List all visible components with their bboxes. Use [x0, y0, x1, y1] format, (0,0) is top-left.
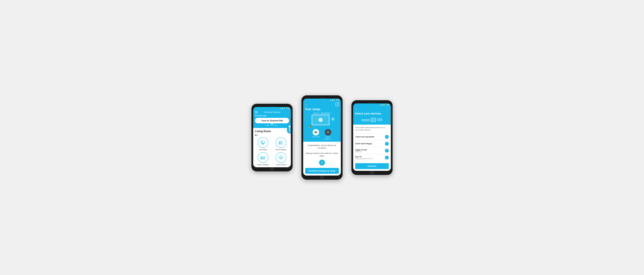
- device-appletv-item[interactable]: Apple TV 2/3 Syls Desk ✓: [355, 147, 389, 154]
- p3-header: ← Select your devices: [353, 106, 391, 125]
- device-firetv-name: Fire TV: [355, 156, 373, 158]
- you-can-say-label: You can say:: [255, 114, 289, 117]
- menu-icon[interactable]: [255, 111, 258, 113]
- continue-button[interactable]: Continue: [355, 163, 389, 169]
- svg-rect-0: [261, 141, 265, 143]
- svg-rect-1: [262, 144, 264, 144]
- voice-control-label: Voice Control: [276, 164, 286, 166]
- p3-body: Tell us which entertainment devices are …: [353, 125, 391, 171]
- voice-control-icon: [276, 152, 286, 163]
- home-button-3[interactable]: [370, 170, 374, 174]
- phone-3: ▲ 🔋 7:29 ← Select your devices: [352, 100, 392, 175]
- home-button-2[interactable]: [320, 175, 324, 179]
- svg-rect-19: [315, 132, 317, 133]
- svg-point-22: [378, 119, 382, 121]
- room-grid: Edit Setup Roo: [255, 137, 289, 166]
- add-icon-0[interactable]: +: [385, 135, 389, 139]
- p2-body: Congratulations, all your devices are co…: [303, 142, 341, 176]
- check-icon-3[interactable]: ✓: [385, 156, 389, 159]
- finish-setup-button[interactable]: Finished creating my setup: [305, 168, 339, 174]
- back-button-3[interactable]: ←: [355, 107, 358, 111]
- device-settings-item[interactable]: Device Settings: [255, 152, 271, 166]
- hdmi-nodes: HDMI 1/MHL: [312, 129, 332, 140]
- add-device-button[interactable]: +: [319, 160, 325, 166]
- svg-point-26: [381, 119, 381, 119]
- status-time-3: 7:29: [386, 104, 389, 106]
- voice-control-item[interactable]: Voice Control: [273, 152, 289, 166]
- remote-icon[interactable]: [287, 124, 291, 133]
- phone-speaker-3: [370, 102, 376, 103]
- phone-2: ▲ 🔋 7:29 ← ? Your setup. Sony TV – XBR-4…: [302, 95, 342, 180]
- hdmi1-node[interactable]: HDMI 1/MHL: [312, 129, 320, 140]
- svg-rect-7: [280, 142, 282, 143]
- room-settings-label: Room Settings: [276, 149, 286, 151]
- signal-bars: [282, 108, 283, 109]
- tv-port-button[interactable]: [332, 118, 334, 121]
- check-icon-1[interactable]: ✓: [385, 142, 389, 146]
- receiver-icon: [362, 119, 370, 121]
- device-settings-label: Device Settings: [258, 164, 269, 166]
- wifi-icon-3: ▲: [380, 104, 381, 106]
- device-list: I don't see my device + AirTV AirTV Play…: [355, 133, 389, 161]
- p3-description: Tell us which entertainment devices are …: [355, 126, 389, 131]
- help-button[interactable]: ?: [336, 103, 339, 106]
- hdmi2-icon: [325, 129, 331, 136]
- device-no-see-item[interactable]: I don't see my device +: [355, 133, 389, 140]
- home-button-1[interactable]: [270, 167, 274, 171]
- device-airtv-item[interactable]: AirTV AirTV Player ✓: [355, 140, 389, 147]
- devices-illustration: [355, 116, 389, 123]
- room-header: Living Room: [255, 130, 289, 133]
- hdmi2-sub: Google Chr...: [324, 138, 332, 140]
- wifi-icon-2: ▲: [330, 99, 331, 101]
- status-bar-1: ▲ 🔋 7:29: [253, 107, 291, 110]
- tv-edit-button[interactable]: [318, 118, 322, 122]
- svg-point-13: [261, 158, 262, 159]
- battery-icon: [255, 134, 257, 136]
- status-bar-2: ▲ 🔋 7:29: [303, 99, 341, 101]
- phone-1-screen: ▲ 🔋 7:29 Harmony Express You can say:: [253, 107, 291, 167]
- tv-screen-icon: [312, 115, 329, 125]
- p2-header: ← ? Your setup. Sony TV – XBR-49X700D 🪴: [303, 101, 341, 142]
- tv-label: Sony TV – XBR-49X700D: [314, 112, 330, 114]
- p1-header: Harmony Express You can say: Tune to Cha…: [253, 110, 291, 128]
- command-bubble: Tune to Channel 038: [255, 118, 289, 123]
- hdmi2-node[interactable]: HDMI 2 Google Chr...: [324, 129, 332, 140]
- phone-1: ▲ 🔋 7:29 Harmony Express You can say:: [252, 104, 292, 171]
- check-icon-2[interactable]: ✓: [385, 149, 389, 153]
- device-no-see-name: I don't see my device: [355, 136, 374, 138]
- device-airtv-name: AirTV AirTV Player: [355, 143, 372, 145]
- p2-title: Your setup.: [305, 108, 339, 111]
- battery-status: 🔋: [284, 108, 285, 109]
- controller-icon: [377, 117, 382, 122]
- phone-camera-2: [318, 98, 319, 98]
- room-settings-item[interactable]: Room Settings: [273, 137, 289, 151]
- phones-container: ▲ 🔋 7:29 Harmony Express You can say:: [252, 95, 392, 180]
- svg-rect-6: [280, 142, 280, 143]
- room-title: Living Room: [255, 130, 271, 133]
- status-time-1: 7:29: [286, 108, 289, 109]
- wifi-icon: ▲: [280, 108, 281, 109]
- hdmi1-icon: [312, 129, 319, 136]
- status-bar-3: ▲ 🔋 7:29: [353, 103, 391, 106]
- signal-bars-2: [332, 99, 333, 101]
- phone-camera-3: [368, 102, 369, 103]
- phone-3-screen: ▲ 🔋 7:29 ← Select your devices: [353, 103, 391, 171]
- edit-setup-item[interactable]: Edit Setup: [255, 137, 271, 151]
- p3-title: Select your devices: [355, 112, 389, 115]
- device-firetv-item[interactable]: Fire TV Balasubramanian's Fire TV ✓: [355, 154, 389, 161]
- svg-point-25: [378, 118, 379, 119]
- phone-speaker: [270, 106, 276, 106]
- console-icon: [371, 118, 376, 122]
- battery-status-2: 🔋: [334, 99, 335, 101]
- room-settings-icon: [276, 137, 286, 148]
- svg-rect-14: [262, 157, 264, 157]
- back-button-2[interactable]: ←: [305, 103, 308, 106]
- phone-camera: [268, 106, 269, 107]
- device-appletv-name: Apple TV 2/3: [355, 149, 367, 151]
- edit-setup-label: Edit Setup: [259, 149, 267, 151]
- svg-point-21: [328, 132, 328, 133]
- app-title: Harmony Express: [264, 111, 280, 113]
- status-time-2: 7:29: [336, 99, 339, 101]
- device-firetv-sub: Balasubramanian's Fire TV: [355, 158, 373, 159]
- congrats-text: Congratulations, all your devices are co…: [305, 144, 339, 157]
